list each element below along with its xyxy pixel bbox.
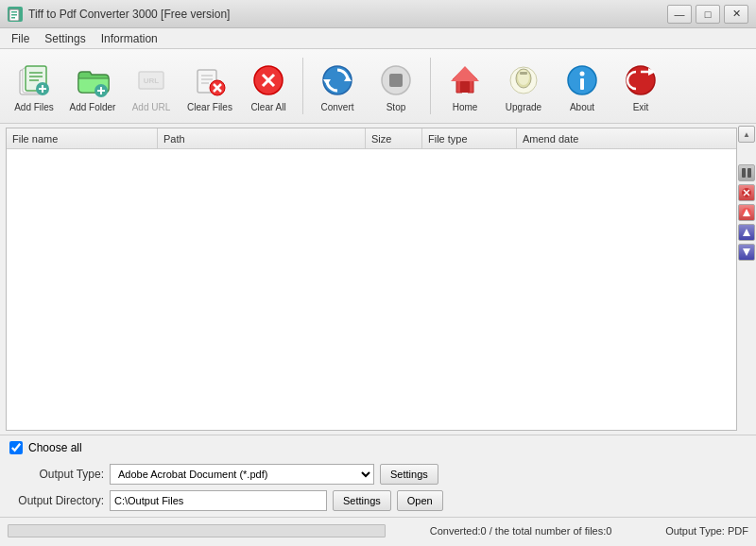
settings-area: Output Type: Adobe Acrobat Document (*.p… [0, 460, 756, 517]
convert-icon [318, 61, 356, 99]
file-list-container: File name Path Size File type Amend date [6, 128, 737, 431]
panel-btn-4[interactable] [738, 224, 755, 241]
stop-button[interactable]: Stop [368, 53, 424, 119]
menu-file[interactable]: File [4, 30, 37, 47]
panel-btn-2[interactable] [738, 184, 755, 201]
col-filetype: File type [422, 128, 517, 148]
choose-all-row: Choose all [0, 435, 756, 460]
right-scroll-panel: ▲ [737, 124, 756, 435]
add-folder-button[interactable]: Add Folder [64, 53, 121, 119]
close-button[interactable]: ✕ [724, 5, 748, 24]
svg-point-41 [580, 71, 585, 76]
panel-btn-5[interactable] [738, 244, 755, 261]
menu-information[interactable]: Information [94, 30, 165, 47]
add-url-icon: URL [132, 61, 170, 99]
svg-marker-53 [743, 229, 750, 236]
home-button[interactable]: Home [437, 53, 493, 119]
col-amenddate: Amend date [517, 128, 736, 148]
clear-files-label: Clear Files [187, 102, 232, 113]
home-label: Home [453, 102, 478, 113]
toolbar-sep-2 [430, 58, 431, 114]
col-path: Path [158, 128, 366, 148]
output-dir-open-button[interactable]: Open [397, 490, 443, 511]
output-dir-settings-button[interactable]: Settings [333, 490, 391, 511]
title-bar: Tiff to Pdf Converter 3000 [Free version… [0, 0, 756, 28]
toolbar-sep-1 [302, 58, 303, 114]
svg-rect-39 [520, 72, 527, 75]
svg-marker-35 [451, 66, 479, 81]
file-list-body [7, 149, 736, 430]
file-list-header: File name Path Size File type Amend date [7, 128, 736, 149]
output-type-settings-button[interactable]: Settings [380, 464, 438, 485]
clear-all-button[interactable]: Clear All [240, 53, 297, 119]
menu-bar: File Settings Information [0, 28, 756, 49]
app-icon [8, 7, 23, 22]
add-files-label: Add Files [14, 102, 54, 113]
choose-all-label: Choose all [28, 441, 82, 454]
col-filename: File name [7, 128, 158, 148]
svg-text:URL: URL [144, 77, 160, 85]
window-controls: — □ ✕ [667, 5, 748, 24]
about-button[interactable]: About [554, 53, 610, 119]
stop-icon [377, 61, 415, 99]
output-type-label: Output Type: [9, 468, 104, 481]
output-type-row: Output Type: Adobe Acrobat Document (*.p… [9, 464, 747, 485]
progress-bar [8, 524, 386, 537]
clear-files-button[interactable]: Clear Files [181, 53, 238, 119]
clear-all-icon [249, 61, 287, 99]
exit-label: Exit [633, 102, 649, 113]
menu-settings[interactable]: Settings [37, 30, 93, 47]
window-title: Tiff to Pdf Converter 3000 [Free version… [28, 8, 230, 21]
svg-rect-46 [742, 168, 746, 178]
svg-rect-1 [11, 11, 17, 13]
about-icon [563, 61, 601, 99]
svg-rect-2 [11, 14, 17, 16]
toolbar: Add Files Add Folder URL Add URL [0, 49, 756, 124]
add-files-icon [15, 61, 53, 99]
panel-btn-1[interactable] [738, 164, 755, 181]
file-area-wrapper: File name Path Size File type Amend date… [0, 124, 756, 435]
output-dir-label: Output Directory: [9, 494, 104, 507]
output-dir-row: Output Directory: Settings Open [9, 490, 747, 511]
add-url-button: URL Add URL [123, 53, 180, 119]
exit-icon [622, 61, 660, 99]
about-label: About [570, 102, 594, 113]
home-icon [446, 61, 484, 99]
convert-button[interactable]: Convert [309, 53, 366, 119]
convert-label: Convert [320, 102, 353, 113]
upgrade-button[interactable]: Upgrade [495, 53, 552, 119]
add-url-label: Add URL [132, 102, 171, 113]
clear-all-label: Clear All [250, 102, 285, 113]
exit-button[interactable]: Exit [612, 53, 669, 119]
clear-files-icon [191, 61, 229, 99]
add-folder-label: Add Folder [70, 102, 116, 113]
svg-rect-42 [580, 78, 584, 90]
output-dir-input[interactable] [110, 490, 327, 511]
svg-rect-3 [11, 17, 15, 19]
col-size: Size [366, 128, 422, 148]
panel-btn-3[interactable] [738, 204, 755, 221]
output-type-select[interactable]: Adobe Acrobat Document (*.pdf) [110, 464, 374, 485]
choose-all-checkbox[interactable] [9, 441, 23, 454]
scroll-up-button[interactable]: ▲ [738, 126, 755, 143]
upgrade-icon [505, 61, 542, 99]
add-folder-icon [74, 61, 112, 99]
maximize-button[interactable]: □ [696, 5, 720, 24]
converted-status: Converted:0 / the total number of files:… [430, 525, 612, 537]
stop-label: Stop [387, 102, 406, 113]
bottom-area: Choose all Output Type: Adobe Acrobat Do… [0, 435, 756, 517]
svg-rect-34 [460, 81, 470, 93]
content-wrapper: File name Path Size File type Amend date… [0, 124, 756, 543]
svg-rect-47 [747, 168, 751, 178]
svg-rect-32 [389, 74, 403, 87]
add-files-button[interactable]: Add Files [6, 53, 62, 119]
output-type-status: Output Type: PDF [665, 525, 748, 537]
svg-marker-54 [743, 248, 750, 256]
minimize-button[interactable]: — [667, 5, 692, 24]
upgrade-label: Upgrade [506, 102, 541, 113]
status-bar: Converted:0 / the total number of files:… [0, 517, 756, 543]
